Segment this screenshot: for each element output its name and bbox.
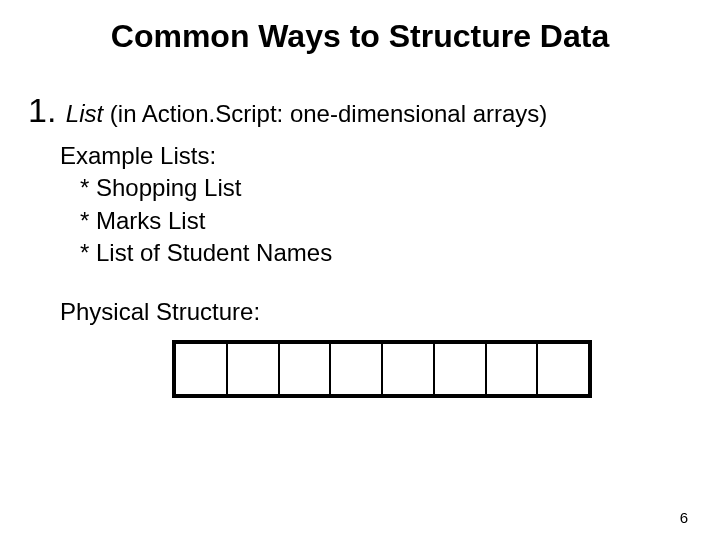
bullet-item: * Marks List <box>80 205 688 237</box>
example-bullets: * Shopping List * Marks List * List of S… <box>80 172 688 269</box>
bullet-item: * Shopping List <box>80 172 688 204</box>
physical-structure-label: Physical Structure: <box>60 298 688 326</box>
bullet-item: * List of Student Names <box>80 237 688 269</box>
item-term: List <box>66 100 103 127</box>
array-cell <box>383 344 435 394</box>
array-cell <box>176 344 228 394</box>
array-cell <box>228 344 280 394</box>
array-cell <box>280 344 332 394</box>
list-item-heading: 1. List (in Action.Script: one-dimension… <box>28 91 688 130</box>
array-cell <box>487 344 539 394</box>
slide-title: Common Ways to Structure Data <box>32 18 688 55</box>
item-description: (in Action.Script: one-dimensional array… <box>110 100 548 127</box>
item-number: 1. <box>28 91 66 129</box>
example-label: Example Lists: <box>60 140 688 172</box>
array-cell <box>331 344 383 394</box>
page-number: 6 <box>680 509 688 526</box>
array-cell <box>435 344 487 394</box>
slide: Common Ways to Structure Data 1. List (i… <box>0 0 720 398</box>
array-cell <box>538 344 588 394</box>
array-diagram <box>172 340 592 398</box>
